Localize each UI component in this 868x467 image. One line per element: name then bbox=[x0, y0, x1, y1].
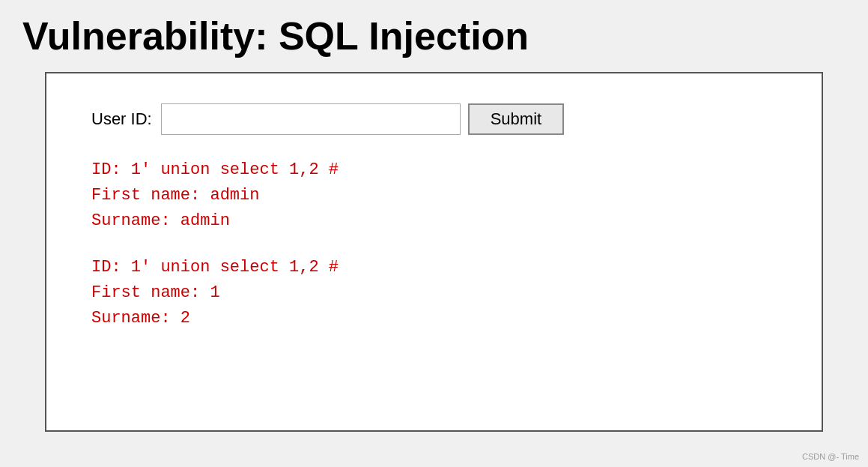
watermark: CSDN @- Time bbox=[802, 452, 859, 461]
form-row: User ID: Submit bbox=[91, 103, 777, 135]
page-title: Vulnerability: SQL Injection bbox=[0, 0, 868, 72]
result-2-firstname: First name: 1 bbox=[91, 280, 777, 306]
result-2-surname: Surname: 2 bbox=[91, 306, 777, 331]
result-block-2: ID: 1' union select 1,2 # First name: 1 … bbox=[91, 255, 777, 331]
submit-button[interactable]: Submit bbox=[468, 103, 564, 135]
main-content: User ID: Submit ID: 1' union select 1,2 … bbox=[45, 72, 823, 432]
user-id-label: User ID: bbox=[91, 109, 152, 129]
result-1-id: ID: 1' union select 1,2 # bbox=[91, 157, 777, 183]
result-1-surname: Surname: admin bbox=[91, 208, 777, 234]
result-2-id: ID: 1' union select 1,2 # bbox=[91, 255, 777, 280]
user-id-input[interactable] bbox=[161, 103, 461, 135]
result-1-firstname: First name: admin bbox=[91, 183, 777, 208]
result-block-1: ID: 1' union select 1,2 # First name: ad… bbox=[91, 157, 777, 234]
results-container: ID: 1' union select 1,2 # First name: ad… bbox=[91, 157, 777, 332]
